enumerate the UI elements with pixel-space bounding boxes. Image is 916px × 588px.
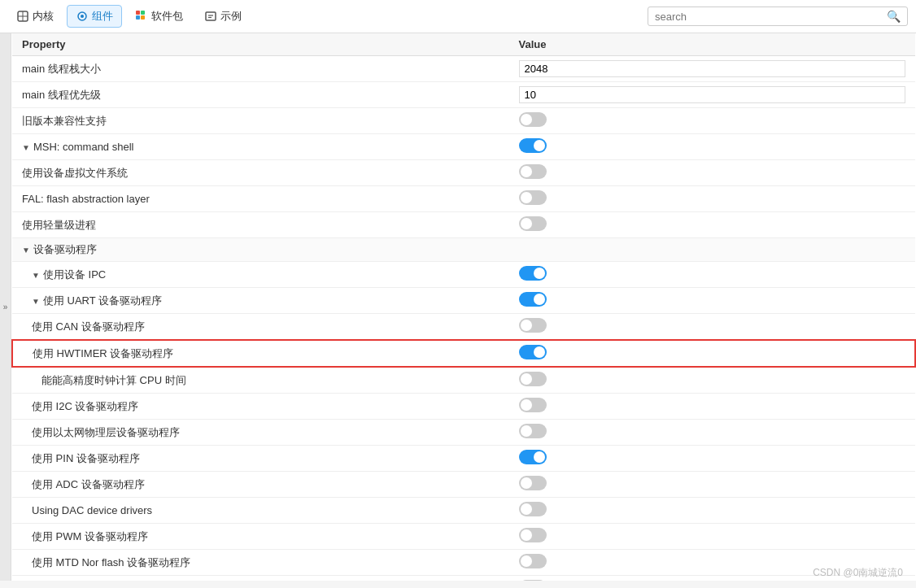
toggle-knob xyxy=(521,503,532,515)
property-value[interactable] xyxy=(509,288,916,314)
toggle-switch[interactable] xyxy=(519,345,547,359)
tab-kernel[interactable]: 内核 xyxy=(8,6,62,27)
value-input[interactable] xyxy=(519,86,906,103)
property-label: ▼MSH: command shell xyxy=(12,134,509,160)
property-text: FAL: flash abstraction layer xyxy=(22,193,150,205)
table-row: 使用 PWM 设备驱动程序 xyxy=(12,524,915,550)
property-label: 旧版本兼容性支持 xyxy=(12,108,509,134)
property-label: Using DAC device drivers xyxy=(12,498,509,524)
property-value[interactable] xyxy=(509,108,916,134)
toggle-switch[interactable] xyxy=(519,554,547,568)
property-value[interactable] xyxy=(509,472,916,498)
toggle-switch[interactable] xyxy=(519,164,547,179)
table-row: 使用以太网物理层设备驱动程序 xyxy=(12,420,915,446)
toggle-switch[interactable] xyxy=(519,476,547,490)
property-text: MSH: command shell xyxy=(33,141,134,153)
toggle-switch[interactable] xyxy=(519,502,547,516)
property-value[interactable] xyxy=(509,314,916,341)
property-label: 使用 MTD Nand flash 设备驱动程序 xyxy=(12,576,509,581)
svg-rect-5 xyxy=(136,11,140,15)
toggle-switch[interactable] xyxy=(519,398,547,412)
table-row: 使用 PIN 设备驱动程序 xyxy=(12,446,915,472)
property-text: 使用 MTD Nor flash 设备驱动程序 xyxy=(32,556,190,568)
property-value[interactable] xyxy=(509,340,916,367)
property-text: 使用 ADC 设备驱动程序 xyxy=(32,478,145,490)
property-value[interactable] xyxy=(509,186,916,212)
table-area[interactable]: Property Value main 线程栈大小main 线程优先级旧版本兼容… xyxy=(11,33,916,581)
property-label: 使用 PWM 设备驱动程序 xyxy=(12,524,509,550)
toggle-switch[interactable] xyxy=(519,528,547,542)
property-value[interactable] xyxy=(509,262,916,288)
property-label: 使用 PIN 设备驱动程序 xyxy=(12,446,509,472)
toggle-knob xyxy=(521,373,532,385)
toggle-switch[interactable] xyxy=(519,266,547,281)
toggle-switch[interactable] xyxy=(519,216,547,231)
property-text: 使用轻量级进程 xyxy=(22,219,96,231)
property-value[interactable] xyxy=(509,367,916,394)
property-label: ▼使用 UART 设备驱动程序 xyxy=(12,288,509,314)
property-text: 使用 UART 设备驱动程序 xyxy=(43,294,162,307)
toggle-knob xyxy=(534,451,545,463)
watermark: CSDN @0南城逆流0 xyxy=(813,566,903,580)
table-row: main 线程优先级 xyxy=(12,82,915,108)
property-value[interactable] xyxy=(509,134,916,160)
tab-components[interactable]: 组件 xyxy=(67,5,122,28)
toggle-switch[interactable] xyxy=(519,292,547,307)
toggle-knob xyxy=(534,346,545,358)
property-label: 使用 HWTIMER 设备驱动程序 xyxy=(12,340,509,367)
property-text: 使用设备虚拟文件系统 xyxy=(22,167,128,179)
toggle-switch[interactable] xyxy=(519,450,547,464)
property-label: 使用 I2C 设备驱动程序 xyxy=(12,394,509,420)
svg-rect-7 xyxy=(136,15,140,20)
property-value[interactable] xyxy=(509,160,916,186)
property-value[interactable] xyxy=(509,82,916,108)
property-label: 使用以太网物理层设备驱动程序 xyxy=(12,420,509,446)
property-text: 能能高精度时钟计算 CPU 时间 xyxy=(41,374,186,386)
property-value[interactable] xyxy=(509,56,916,82)
search-icon[interactable]: 🔍 xyxy=(887,10,901,23)
table-row: ▼使用 UART 设备驱动程序 xyxy=(12,288,915,314)
toggle-switch[interactable] xyxy=(519,190,547,205)
table-row: ▼设备驱动程序 xyxy=(12,238,915,262)
toggle-knob xyxy=(521,529,532,541)
property-value[interactable] xyxy=(509,420,916,446)
search-input[interactable] xyxy=(655,11,887,23)
tab-examples[interactable]: 示例 xyxy=(196,6,250,27)
tab-components-label: 组件 xyxy=(92,9,113,24)
property-text: main 线程栈大小 xyxy=(22,63,101,75)
expand-arrow[interactable]: ▼ xyxy=(32,297,40,306)
toggle-switch[interactable] xyxy=(519,318,547,333)
collapse-handle[interactable]: » xyxy=(0,33,11,581)
toggle-knob xyxy=(521,218,532,229)
property-value[interactable] xyxy=(509,394,916,420)
tab-packages[interactable]: 软件包 xyxy=(127,6,191,27)
property-label: 使用轻量级进程 xyxy=(12,212,509,238)
expand-arrow[interactable]: ▼ xyxy=(22,143,30,152)
property-table: Property Value main 线程栈大小main 线程优先级旧版本兼容… xyxy=(11,33,916,581)
expand-arrow[interactable]: ▼ xyxy=(22,246,30,255)
toggle-knob xyxy=(521,477,532,489)
table-row: FAL: flash abstraction layer xyxy=(12,186,915,212)
property-label: FAL: flash abstraction layer xyxy=(12,186,509,212)
property-text: 使用 CAN 设备驱动程序 xyxy=(32,320,145,333)
property-value[interactable] xyxy=(509,498,916,524)
svg-rect-6 xyxy=(141,11,145,15)
toggle-knob xyxy=(521,114,532,125)
expand-arrow[interactable]: ▼ xyxy=(32,271,40,280)
property-text: 使用 PWM 设备驱动程序 xyxy=(32,530,148,542)
toggle-switch[interactable] xyxy=(519,580,547,581)
toggle-switch[interactable] xyxy=(519,424,547,438)
property-label: 使用 ADC 设备驱动程序 xyxy=(12,472,509,498)
property-value[interactable] xyxy=(509,212,916,238)
toggle-switch[interactable] xyxy=(519,372,547,386)
table-row: ▼使用设备 IPC xyxy=(12,262,915,288)
value-input[interactable] xyxy=(519,60,906,77)
tab-packages-label: 软件包 xyxy=(151,9,183,24)
table-row: ▼MSH: command shell xyxy=(12,134,915,160)
toggle-knob xyxy=(534,294,545,305)
examples-icon xyxy=(204,10,217,23)
property-value[interactable] xyxy=(509,446,916,472)
toggle-switch[interactable] xyxy=(519,138,547,153)
toggle-switch[interactable] xyxy=(519,112,547,127)
property-value[interactable] xyxy=(509,524,916,550)
